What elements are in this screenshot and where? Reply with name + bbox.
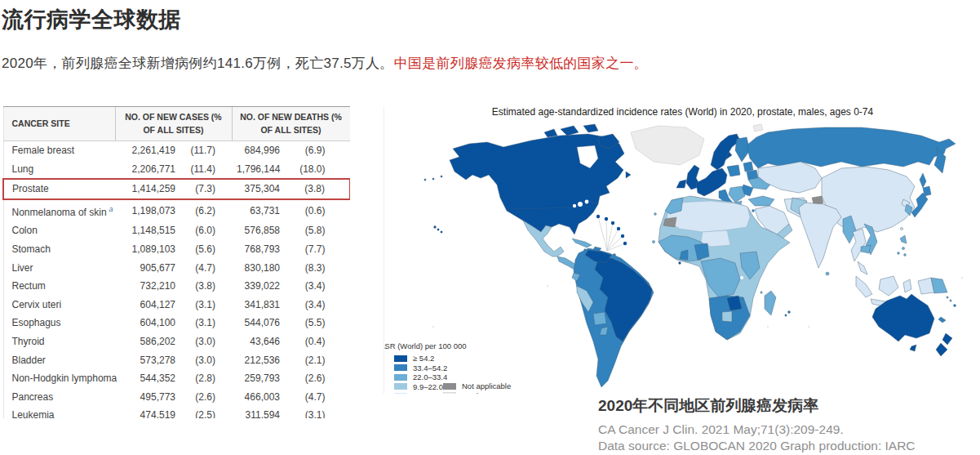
cell-cases-pct: (3.0)	[179, 351, 232, 370]
cell-site: Leukemia	[3, 406, 115, 418]
cell-cases-pct: (4.7)	[179, 259, 232, 278]
cell-cases: 604,127	[115, 296, 179, 314]
table-row: Cervix uteri604,127(3.1)341,831(3.4)	[3, 296, 350, 314]
cell-site: Cervix uteri	[3, 296, 115, 314]
cell-deaths: 339,022	[232, 277, 283, 296]
header-new-deaths: NO. OF NEW DEATHS (% OF ALL SITES)	[232, 107, 350, 141]
cell-cases-pct: (3.0)	[179, 332, 232, 351]
legend-label: 9.9–22.0	[413, 382, 443, 391]
legend-label: 22.0–33.4	[413, 372, 447, 381]
cell-cases-pct: (11.4)	[179, 160, 232, 180]
cell-cases-pct: (6.0)	[179, 221, 232, 240]
legend-item: 22.0–33.4	[394, 372, 467, 382]
cell-deaths: 544,076	[232, 314, 283, 332]
cell-cases-pct: (7.3)	[179, 179, 232, 199]
table-row: Leukemia474,519(2.5)311,594(3.1)	[3, 406, 350, 418]
table-row: Pancreas495,773(2.6)466,003(4.7)	[3, 388, 350, 407]
cell-cases: 732,210	[115, 277, 179, 296]
cell-deaths-pct: (8.3)	[283, 259, 350, 278]
cell-cases: 905,677	[115, 259, 179, 278]
cell-cases-pct: (5.6)	[179, 240, 232, 259]
cell-deaths: 311,594	[232, 406, 283, 418]
legend-extra: Not applicableNo data	[443, 381, 511, 394]
cell-deaths: 63,731	[232, 199, 283, 222]
cell-cases: 495,773	[115, 388, 179, 407]
cell-cases-pct: (3.8)	[179, 277, 232, 296]
cell-site: Esophagus	[3, 314, 115, 332]
legend-swatch	[443, 392, 456, 394]
world-map-figure: Estimated age-standardized incidence rat…	[384, 106, 980, 394]
cell-site: Prostate	[3, 179, 115, 199]
cell-site: Bladder	[3, 351, 115, 370]
legend-label: 33.4–54.2	[413, 364, 447, 372]
cell-cases-pct: (6.2)	[179, 199, 232, 222]
cell-deaths: 375,304	[232, 179, 283, 199]
cell-cases: 586,202	[115, 332, 179, 351]
cell-cases-pct: (2.5)	[179, 406, 232, 418]
table-row: Prostate1,414,259(7.3)375,304(3.8)	[3, 179, 350, 199]
legend-item: No data	[443, 391, 511, 395]
cell-deaths-pct: (6.9)	[283, 141, 350, 160]
caption-title: 2020年不同地区前列腺癌发病率	[598, 395, 916, 417]
cell-deaths: 576,858	[232, 221, 283, 240]
cell-deaths-pct: (4.7)	[283, 388, 350, 407]
map-title: Estimated age-standardized incidence rat…	[384, 106, 980, 123]
cell-cases: 474,519	[115, 406, 179, 418]
cell-deaths: 830,180	[232, 259, 283, 278]
cell-site: Liver	[3, 259, 115, 278]
cancer-table-body: Female breast2,261,419(11.7)684,996(6.9)…	[3, 141, 350, 419]
cell-site: Female breast	[3, 141, 115, 160]
legend-item: Not applicable	[443, 381, 511, 391]
intro-paragraph: 2020年，前列腺癌全球新增病例约141.6万例，死亡37.5万人。中国是前列腺…	[2, 54, 648, 73]
legend-label: < 9.9	[413, 391, 430, 394]
table-row: Liver905,677(4.7)830,180(8.3)	[3, 259, 350, 278]
legend-swatch	[394, 374, 407, 381]
cell-cases-pct: (3.1)	[179, 314, 232, 332]
table-row: Lung2,206,771(11.4)1,796,144(18.0)	[3, 160, 350, 180]
intro-highlight: 中国是前列腺癌发病率较低的国家之一。	[394, 56, 648, 71]
caption-reference: CA Cancer J Clin. 2021 May;71(3):209-249…	[598, 422, 916, 438]
legend-items: ≥ 54.233.4–54.222.0–33.49.9–22.0< 9.9Not…	[394, 354, 467, 394]
cell-cases: 544,352	[115, 369, 179, 388]
table-row: Colon1,148,515(6.0)576,858(5.8)	[3, 221, 350, 240]
cell-deaths: 341,831	[232, 296, 283, 314]
cell-deaths-pct: (3.4)	[283, 277, 350, 296]
cell-deaths-pct: (5.8)	[283, 221, 350, 240]
cell-cases-pct: (2.8)	[179, 369, 232, 388]
region-japan	[911, 186, 931, 217]
legend-item: 33.4–54.2	[394, 364, 467, 373]
cancer-table: CANCER SITE NO. OF NEW CASES (% OF ALL S…	[2, 106, 350, 418]
cell-deaths-pct: (0.4)	[283, 332, 350, 351]
cell-cases: 1,414,259	[115, 179, 179, 199]
cell-deaths: 259,793	[232, 369, 283, 388]
cell-deaths-pct: (0.6)	[283, 199, 350, 222]
cell-cases-pct: (11.7)	[179, 141, 232, 160]
cell-site: Pancreas	[3, 388, 115, 407]
cell-deaths: 43,646	[232, 332, 283, 351]
cell-site: Non-Hodgkin lymphoma	[3, 369, 115, 388]
cancer-statistics-table[interactable]: CANCER SITE NO. OF NEW CASES (% OF ALL S…	[2, 106, 350, 418]
cell-cases-pct: (2.6)	[179, 388, 232, 407]
cell-deaths-pct: (5.5)	[283, 314, 350, 332]
legend-swatch	[394, 393, 407, 394]
caption-source: Data source: GLOBOCAN 2020 Graph product…	[598, 438, 916, 454]
world-map	[384, 123, 980, 392]
legend-swatch	[394, 364, 407, 371]
cell-deaths-pct: (18.0)	[283, 160, 350, 180]
legend-title: ASR (World) per 100 000	[384, 341, 467, 350]
header-cancer-site: CANCER SITE	[3, 107, 115, 141]
cell-cases: 2,206,771	[115, 160, 179, 180]
legend-swatch	[394, 355, 407, 362]
cell-site: Lung	[3, 160, 115, 180]
footnote-marker: a	[109, 205, 113, 213]
map-legend: ASR (World) per 100 000 ≥ 54.233.4–54.22…	[384, 341, 467, 394]
table-row: Female breast2,261,419(11.7)684,996(6.9)	[3, 141, 350, 160]
cell-cases: 573,278	[115, 351, 179, 370]
cell-deaths: 466,003	[232, 388, 283, 407]
table-row: Nonmelanoma of skina1,198,073(6.2)63,731…	[3, 199, 350, 222]
region-south-america	[572, 248, 654, 387]
intro-text: 2020年，前列腺癌全球新增病例约141.6万例，死亡37.5万人。	[2, 56, 394, 71]
cell-cases: 604,100	[115, 314, 179, 332]
figure-caption: 2020年不同地区前列腺癌发病率 CA Cancer J Clin. 2021 …	[598, 395, 916, 454]
cell-site: Colon	[3, 221, 115, 240]
